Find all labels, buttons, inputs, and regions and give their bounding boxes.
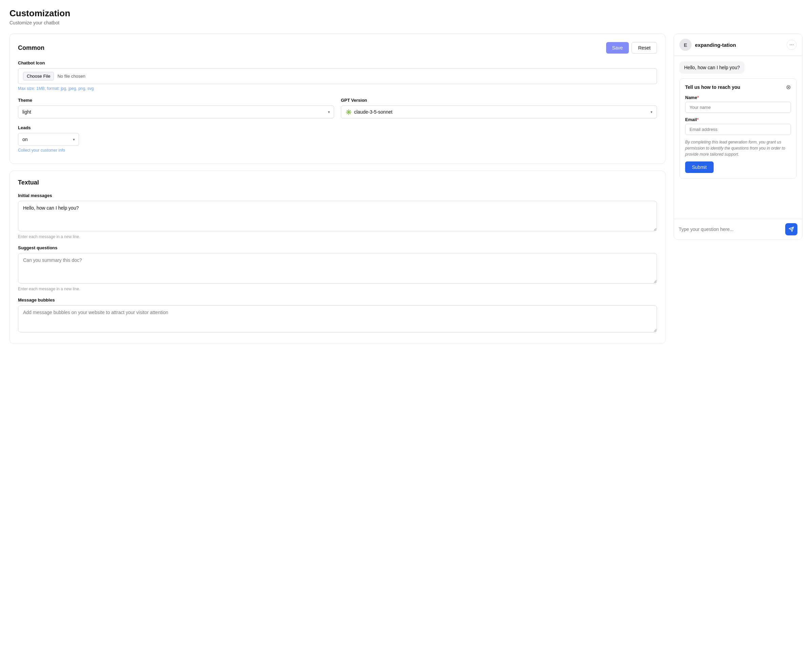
leads-select-wrapper: on off ▾ <box>18 133 79 146</box>
gpt-label: GPT Version <box>341 98 657 103</box>
name-required-star: * <box>697 95 699 100</box>
chat-body: Hello, how can I help you? Tell us how t… <box>674 56 802 219</box>
initial-messages-textarea[interactable]: Hello, how can I help you? <box>18 201 657 231</box>
lead-form-header: Tell us how to reach you ⊗ <box>685 84 791 90</box>
collect-hint: Collect your customer info <box>18 148 657 153</box>
greeting-bubble: Hello, how can I help you? <box>680 61 744 74</box>
send-icon <box>788 227 794 232</box>
chat-preview-column: E expanding-tation ··· Hello, how can I … <box>673 33 803 240</box>
textual-card: Textual Initial messages Hello, how can … <box>9 170 665 344</box>
chatbot-icon-label: Chatbot Icon <box>18 60 657 65</box>
message-bubbles-field: Message bubbles <box>18 298 657 336</box>
left-column: Common Save Reset Chatbot Icon Choose Fi… <box>9 33 665 344</box>
lead-form: Tell us how to reach you ⊗ Name* Email* <box>680 78 797 179</box>
leads-label: Leads <box>18 125 657 130</box>
chat-preview: E expanding-tation ··· Hello, how can I … <box>673 33 803 240</box>
chat-footer <box>674 219 802 240</box>
leads-field: Leads on off ▾ Collect your customer inf… <box>18 125 657 153</box>
page-title: Customization <box>9 8 803 19</box>
theme-label: Theme <box>18 98 334 103</box>
theme-gpt-row: Theme light dark ▾ GPT Version ✳️ <box>18 98 657 118</box>
common-section-title: Common <box>18 44 44 52</box>
lead-email-label: Email* <box>685 117 791 122</box>
theme-select[interactable]: light dark <box>18 106 334 118</box>
textual-section-title: Textual <box>18 179 39 186</box>
gpt-select-wrapper[interactable]: ✳️ claude-3-5-sonnet gpt-4o gpt-4-turbo … <box>341 106 657 118</box>
gpt-field: GPT Version ✳️ claude-3-5-sonnet gpt-4o … <box>341 98 657 118</box>
lead-name-label: Name* <box>685 95 791 100</box>
lead-submit-button[interactable]: Submit <box>685 161 714 173</box>
chat-input[interactable] <box>679 227 782 232</box>
lead-disclaimer: By completing this lead generation form,… <box>685 139 791 158</box>
file-hint: Max size: 1MB, format: jpg, jpeg, png, s… <box>18 86 657 91</box>
page-subtitle: Customize your chatbot <box>9 20 803 25</box>
save-button[interactable]: Save <box>606 42 629 54</box>
gpt-select[interactable]: claude-3-5-sonnet gpt-4o gpt-4-turbo <box>354 106 653 118</box>
choose-file-button[interactable]: Choose File <box>23 72 54 80</box>
suggest-questions-label: Suggest questions <box>18 245 657 250</box>
suggest-questions-hint: Enter each message in a new line. <box>18 287 657 291</box>
suggest-questions-field: Suggest questions Enter each message in … <box>18 245 657 291</box>
initial-messages-field: Initial messages Hello, how can I help y… <box>18 193 657 239</box>
initial-messages-hint: Enter each message in a new line. <box>18 234 657 239</box>
lead-email-input[interactable] <box>685 124 791 135</box>
header-btn-group: Save Reset <box>606 42 657 54</box>
email-required-star: * <box>697 117 699 122</box>
lead-email-field: Email* <box>685 117 791 139</box>
suggest-questions-textarea[interactable] <box>18 253 657 284</box>
common-card-header: Common Save Reset <box>18 42 657 54</box>
file-name-label: No file chosen <box>57 74 85 79</box>
chat-bot-name: expanding-tation <box>695 42 787 48</box>
common-card: Common Save Reset Chatbot Icon Choose Fi… <box>9 33 665 164</box>
lead-form-close-button[interactable]: ⊗ <box>786 84 791 90</box>
message-bubbles-textarea[interactable] <box>18 305 657 333</box>
chat-header: E expanding-tation ··· <box>674 34 802 56</box>
message-bubbles-label: Message bubbles <box>18 298 657 303</box>
textual-card-header: Textual <box>18 179 657 186</box>
theme-select-wrapper: light dark ▾ <box>18 106 334 118</box>
lead-form-title: Tell us how to reach you <box>685 84 740 90</box>
lead-name-field: Name* <box>685 95 791 117</box>
reset-button[interactable]: Reset <box>632 42 657 54</box>
initial-messages-label: Initial messages <box>18 193 657 198</box>
chatbot-icon-field: Chatbot Icon Choose File No file chosen … <box>18 60 657 91</box>
leads-select[interactable]: on off <box>18 133 79 146</box>
file-input-wrapper[interactable]: Choose File No file chosen <box>18 68 657 84</box>
main-layout: Common Save Reset Chatbot Icon Choose Fi… <box>9 33 803 344</box>
chat-avatar: E <box>680 39 692 51</box>
chat-more-button[interactable]: ··· <box>787 40 797 50</box>
gpt-icon: ✳️ <box>345 109 352 115</box>
chat-send-button[interactable] <box>785 223 798 235</box>
theme-field: Theme light dark ▾ <box>18 98 334 118</box>
lead-name-input[interactable] <box>685 102 791 113</box>
